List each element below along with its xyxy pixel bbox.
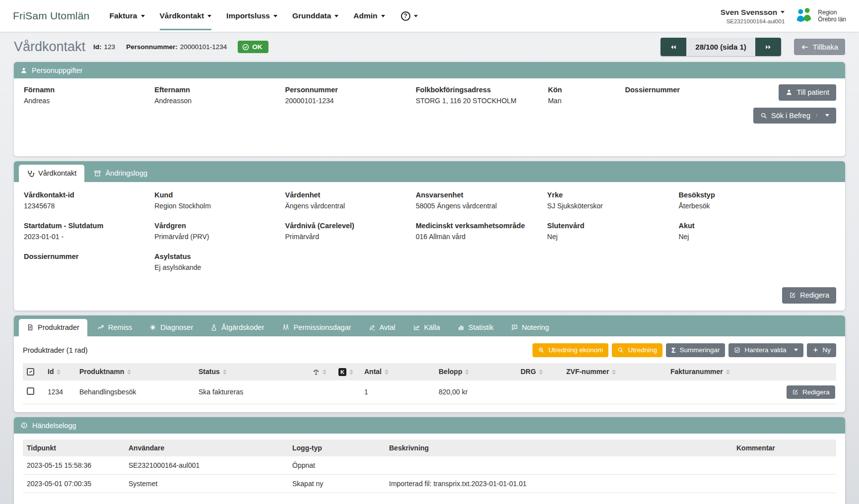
sort-icon: [465, 370, 469, 375]
tab-kalla[interactable]: Källa: [405, 319, 448, 336]
col-header-belopp[interactable]: Belopp: [435, 363, 517, 380]
select-all-checkbox[interactable]: [23, 363, 44, 380]
col-header-drg[interactable]: DRG: [517, 363, 562, 380]
cell-belopp: 820,00 kr: [435, 380, 517, 404]
field-vardenhet: VårdenhetÄngens vårdcentral: [285, 191, 415, 210]
till-patient-button[interactable]: Till patient: [779, 84, 836, 101]
edit-icon: [789, 292, 796, 299]
sort-icon: [349, 370, 353, 375]
user-menu[interactable]: Sven Svensson SE2321000164-aul001: [721, 8, 785, 24]
menu-grunddata[interactable]: Grunddata: [292, 1, 338, 30]
record-personnummer: Personnummer:20000101-1234: [126, 43, 227, 51]
tab-atgardskoder[interactable]: Åtgärdskoder: [202, 319, 272, 336]
history-icon: [20, 422, 28, 429]
edit-icon: [792, 389, 798, 395]
cell-drg: [517, 380, 562, 404]
receipt-icon: [27, 324, 34, 331]
person-panel-header: Personuppgifter: [14, 62, 845, 78]
tab-statistik[interactable]: Statistik: [450, 319, 502, 336]
col-header-k[interactable]: K: [334, 363, 360, 380]
pager-previous-button[interactable]: [661, 38, 686, 56]
question-icon: ?: [401, 11, 410, 21]
event-log-header: Händelselogg: [14, 417, 845, 434]
col-header-id[interactable]: Id: [44, 363, 75, 380]
tab-vardkontakt[interactable]: Vårdkontakt: [19, 165, 84, 182]
record-pager: 28/100 (sida 1): [661, 38, 781, 56]
microbe-icon: [149, 324, 156, 331]
new-product-row-button[interactable]: Ny: [807, 343, 837, 357]
help-menu[interactable]: ?: [401, 11, 418, 21]
row-checkbox[interactable]: [27, 387, 34, 395]
double-left-icon: [669, 44, 678, 51]
tab-avtal[interactable]: Avtal: [361, 319, 403, 336]
utredning-ekonom-button[interactable]: Utredning ekonom: [532, 343, 608, 357]
chevron-down-icon: [207, 15, 211, 17]
menu-vardkontakt[interactable]: Vårdkontakt: [160, 1, 212, 30]
product-panel: Produktrader Remiss Diagnoser Åtgärdskod…: [14, 315, 845, 413]
cell-beskrivning: [385, 456, 732, 475]
col-header-produktnamn[interactable]: Produktnamn: [75, 363, 195, 380]
tab-remiss[interactable]: Remiss: [89, 319, 140, 336]
tab-andringslogg[interactable]: Ändringslogg: [86, 165, 155, 182]
user-name: Sven Svensson: [721, 8, 778, 17]
field-ansvarsenhet: Ansvarsenhet58005 Ängens vårdcentral: [416, 191, 547, 210]
product-table-header-row: Id Produktnamn Status K Antal Belopp DRG…: [23, 363, 836, 380]
utredning-button[interactable]: Utredning: [612, 343, 662, 357]
sigma-icon: Σ: [671, 347, 675, 354]
product-tabs: Produktrader Remiss Diagnoser Åtgärdskod…: [14, 315, 845, 336]
edit-product-row-button[interactable]: Redigera: [787, 385, 835, 399]
chart-arrow-icon: [413, 324, 420, 331]
person-panel: Personuppgifter FörnamnAndreas Efternamn…: [14, 62, 845, 156]
page-header: Vårdkontakt Id:123 Personnummer:20000101…: [14, 38, 845, 56]
summeringar-button[interactable]: Σ Summeringar: [666, 343, 725, 357]
menu-admin[interactable]: Admin: [353, 1, 385, 30]
cell-status: Ska faktureras: [195, 380, 309, 404]
comment-icon: [511, 324, 518, 331]
col-header-fakturanummer[interactable]: Fakturanummer: [666, 363, 783, 380]
dropdown-toggle[interactable]: [816, 114, 829, 117]
cell-scales: [309, 380, 334, 404]
sok-i-befreg-button[interactable]: Sök i Befreg: [753, 108, 836, 124]
col-header-antal[interactable]: Antal: [360, 363, 435, 380]
pagination-status: 28/100 (sida 1): [686, 38, 755, 56]
product-table: Id Produktnamn Status K Antal Belopp DRG…: [23, 363, 836, 405]
cell-fakturanummer: [666, 380, 783, 404]
col-header-zvf[interactable]: ZVF-nummer: [562, 363, 666, 380]
field-vardkontakt-id: Vårdkontakt-id12345678: [24, 191, 154, 210]
menu-faktura[interactable]: Faktura: [110, 1, 145, 30]
sort-icon: [385, 370, 389, 375]
chevron-down-icon: [141, 15, 145, 17]
event-log-table: Tidpunkt Användare Logg-typ Beskrivning …: [23, 440, 836, 493]
app-brand[interactable]: FriSam Utomlän: [13, 10, 90, 22]
care-contact-tabs: Vårdkontakt Ändringslogg: [14, 161, 845, 182]
check-circle-icon: [242, 44, 249, 51]
cell-tidpunkt: 2023-05-01 07:00:35: [23, 475, 125, 493]
tab-produktrader[interactable]: Produktrader: [19, 319, 87, 336]
logo-text-line2: Örebro län: [818, 16, 846, 23]
field-slutenvard: SlutenvårdNej: [547, 222, 679, 241]
logo-text-line1: Region: [818, 9, 846, 16]
tab-permissionsdagar[interactable]: Permissionsdagar: [274, 319, 359, 336]
col-header-status[interactable]: Status: [195, 363, 309, 380]
cell-loggtyp: Öppnat: [288, 456, 385, 475]
user-id: SE2321000164-aul001: [721, 18, 785, 24]
double-right-icon: [764, 44, 773, 51]
page-title: Vårdkontakt: [14, 39, 85, 55]
col-header-scales[interactable]: [309, 363, 334, 380]
search-icon: [760, 112, 767, 119]
back-button[interactable]: Tillbaka: [794, 39, 845, 55]
status-badge: OK: [238, 41, 268, 53]
col-header-beskrivning: Beskrivning: [385, 440, 732, 456]
care-contact-panel: Vårdkontakt Ändringslogg Vårdkontakt-id1…: [14, 161, 845, 311]
hantera-valda-button[interactable]: Hantera valda: [728, 343, 803, 357]
record-id: Id:123: [93, 43, 115, 51]
field-medicinskt-verksamhetsomrade: Medicinskt verksamhetsområde016 Allmän v…: [416, 222, 547, 241]
edit-care-contact-button[interactable]: Redigera: [782, 287, 836, 304]
checkbox-checked-icon[interactable]: [27, 368, 34, 376]
pager-next-button[interactable]: [755, 38, 781, 56]
menu-importsluss[interactable]: Importsluss: [226, 1, 277, 30]
tab-notering[interactable]: Notering: [503, 319, 557, 336]
cell-produktnamn: Behandlingsbesök: [75, 380, 195, 404]
field-kund: KundRegion Stockholm: [154, 191, 285, 210]
tab-diagnoser[interactable]: Diagnoser: [141, 319, 201, 336]
